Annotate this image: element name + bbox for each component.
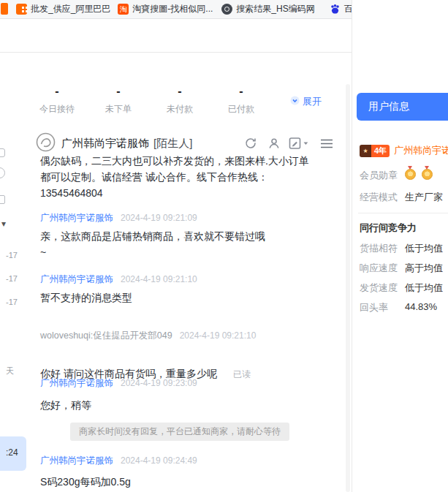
shop-name: 广州韩尚宇诺服饰 (394, 144, 448, 157)
stat-paid: - 已付款 (216, 85, 266, 116)
medal-icon (405, 169, 416, 180)
message-time: 2024-4-19 09:24:49 (121, 455, 197, 466)
chat-title: 广州韩尚宇诺服饰 [陌生人] (61, 137, 192, 151)
message-time: 2024-4-19 09:21:10 (121, 274, 197, 284)
message-sender-row: 广州韩尚宇诺服饰 2024-4-19 09:21:09 (40, 212, 197, 224)
refresh-button[interactable] (244, 137, 257, 153)
caret-down-icon: ▾ (1, 219, 6, 229)
metric-value: 低于均值 (405, 281, 443, 295)
user-info-button-label: 用户信息 (368, 100, 409, 113)
message-text: 偶尔缺码，二三大内也可以补齐发货的，来图来样.大小订单都可以定制。诚信经营 诚心… (40, 153, 312, 201)
medal-icon (422, 169, 433, 180)
message-sender: 广州韩尚宇诺服饰 (40, 273, 113, 286)
read-status: 已读 (233, 369, 251, 379)
message-text: S码230g每码加0.5g (40, 474, 319, 490)
stat-today-reception: - 今日接待 (32, 85, 82, 116)
message-sender: woloveshuqi:促佳提品开发部049 (40, 330, 172, 342)
metric-row: 回头率 44.83% (360, 301, 437, 314)
active-conversation-item[interactable]: :24 (0, 436, 26, 471)
expand-label: 展开 (303, 95, 322, 108)
metric-label: 回头率 (360, 301, 405, 314)
stat-label: 未下单 (94, 103, 143, 116)
expand-button[interactable]: 展开 (290, 95, 322, 108)
metric-label: 响应速度 (360, 262, 405, 275)
conversation-avatar-fragment (0, 195, 5, 204)
message-sender: 广州韩尚宇诺服饰 (40, 455, 113, 467)
bookmark-item-hs-code[interactable]: 搜索结果_HS编码网 (221, 3, 314, 15)
message-time: 2024-4-19 09:21:09 (121, 213, 197, 223)
alibaba-icon (16, 4, 27, 15)
metric-label: 货描相符 (360, 242, 405, 255)
shop-avatar-icon (36, 132, 56, 155)
shop-name: 广州韩尚宇诺服饰 (61, 137, 149, 151)
stats-panel: - 今日接待 - 未下单 - 未付款 - 已付款 (32, 85, 278, 116)
badge-years: 4年 (371, 145, 390, 157)
metric-label: 发货速度 (360, 281, 405, 295)
metric-value: 44.83% (405, 301, 437, 314)
user-info-button[interactable]: 用户信息 (357, 93, 448, 121)
chevron-down-icon (290, 96, 300, 107)
conversation-time: 天 (6, 366, 14, 376)
stat-label: 今日接待 (32, 103, 82, 116)
badge-star-icon: ★ (360, 145, 371, 157)
add-contact-button[interactable] (267, 137, 281, 153)
stat-value: - (216, 85, 266, 98)
stat-value: - (94, 85, 143, 98)
bookmark-label: 搜索结果_HS编码网 (236, 3, 314, 15)
user-info-panel: 用户信息 ★ 4年 广州韩尚宇诺服饰 会员勋章 经营模式 生产厂家 同行间竞争力… (352, 0, 448, 492)
row-label: 会员勋章 (360, 169, 405, 182)
message-sender-row: 广州韩尚宇诺服饰 2024-4-19 09:23:09 (40, 377, 197, 390)
conversation-avatar-fragment (0, 167, 5, 178)
stat-label: 已付款 (216, 103, 266, 116)
divider (358, 213, 448, 213)
medal-icons (405, 169, 436, 182)
stat-label: 未付款 (155, 103, 205, 116)
bookmark-label: 淘寶搜圖-找相似同... (132, 3, 213, 15)
message-text: 您好，稍等 (40, 397, 319, 413)
shop-identity-row: ★ 4年 广州韩尚宇诺服饰 (360, 144, 448, 157)
stat-value: - (155, 85, 205, 98)
system-notice-row: 商家长时间没有回复，平台已通知商家，请耐心等待 (40, 423, 319, 441)
message-sender: 广州韩尚宇诺服饰 (40, 377, 113, 390)
row-label: 经营模式 (360, 191, 405, 204)
hs-code-icon (221, 4, 232, 15)
baidu-icon (330, 4, 341, 15)
more-menu-button[interactable] (320, 138, 333, 151)
conversation-time: -17 (6, 274, 18, 283)
stat-no-order: - 未下单 (94, 85, 143, 116)
favicon-fragment-icon (1, 3, 8, 15)
message-sender-row: woloveshuqi:促佳提品开发部049 2024-4-19 09:21:1… (40, 330, 256, 342)
chat-scrollbar[interactable] (346, 84, 350, 492)
stat-value: - (32, 85, 82, 98)
message-text: 亲，这款商品是店铺热销商品，喜欢就不要错过哦 ~ (40, 228, 319, 260)
metric-value: 高于均值 (405, 262, 443, 275)
app-window: 批发_供应_阿里巴巴 淘 淘寶搜圖-找相似同... 搜索结果_HS编码网 百度 … (0, 0, 448, 492)
metric-row: 货描相符 低于均值 (360, 242, 443, 255)
message-time: 2024-4-19 09:21:10 (180, 330, 257, 341)
message-time: 2024-4-19 09:23:09 (121, 378, 197, 388)
message-sender: 广州韩尚宇诺服饰 (40, 212, 113, 224)
message-sender-row: 广州韩尚宇诺服饰 2024-4-19 09:21:10 (40, 273, 197, 286)
metric-value: 低于均值 (405, 242, 443, 255)
conversation-time: -17 (6, 298, 18, 306)
metric-row: 响应速度 高于均值 (360, 262, 443, 275)
bookmark-label: 批发_供应_阿里巴巴 (31, 3, 110, 15)
message-sender-row: 广州韩尚宇诺服饰 2024-4-19 09:24:49 (40, 455, 197, 467)
message-text: 暂不支持的消息类型 (40, 289, 134, 306)
stranger-tag: [陌生人] (153, 137, 192, 151)
conversation-avatar-fragment (0, 148, 5, 157)
competitiveness-title: 同行间竞争力 (360, 222, 417, 235)
conversation-time: -17 (6, 251, 18, 260)
conversation-time: :24 (6, 447, 18, 458)
metric-row: 发货速度 低于均值 (360, 281, 443, 295)
system-notice: 商家长时间没有回复，平台已通知商家，请耐心等待 (70, 423, 289, 441)
bookmark-item-taobao[interactable]: 淘 淘寶搜圖-找相似同... (118, 3, 213, 15)
row-value: 生产厂家 (405, 191, 443, 204)
bookmark-item-alibaba[interactable]: 批发_供应_阿里巴巴 (16, 3, 110, 15)
edit-menu-button[interactable] (289, 137, 308, 153)
stat-unpaid: - 未付款 (155, 85, 205, 116)
taobao-icon: 淘 (118, 4, 129, 15)
shop-years-badge: ★ 4年 (360, 145, 390, 157)
panel-row-business-mode: 经营模式 生产厂家 (360, 191, 443, 204)
panel-row-medals: 会员勋章 (360, 169, 436, 182)
